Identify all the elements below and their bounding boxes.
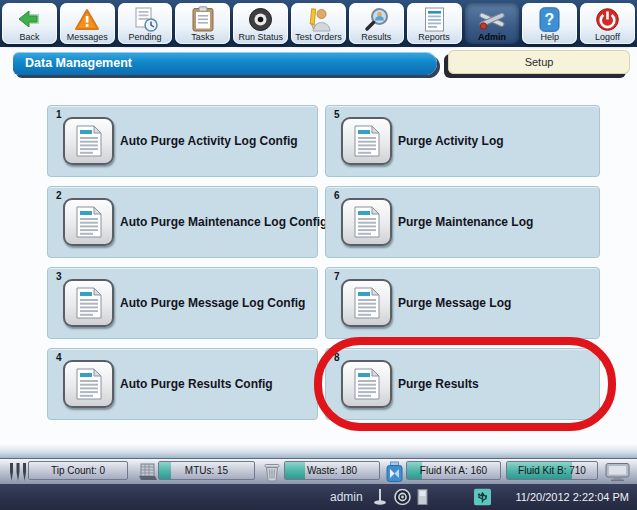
mtu-rack-icon bbox=[138, 462, 158, 482]
tile-number: 2 bbox=[56, 190, 62, 201]
camera-target-icon bbox=[394, 489, 411, 506]
tile-label: Auto Purge Activity Log Config bbox=[120, 134, 298, 148]
datetime-label: 11/20/2012 2:22:04 PM bbox=[515, 491, 629, 503]
tab-setup[interactable]: Setup bbox=[448, 50, 630, 74]
gauge-label: Waste: 180 bbox=[285, 462, 379, 479]
tile-label: Auto Purge Message Log Config bbox=[120, 296, 305, 310]
toolbar-button-label: Admin bbox=[478, 32, 506, 42]
toolbar-button-label: Help bbox=[540, 32, 559, 42]
toolbar-button-run-status[interactable]: Run Status bbox=[233, 3, 288, 44]
waste-gauge: Waste: 180 bbox=[284, 461, 380, 480]
toolbar-button-label: Tasks bbox=[191, 32, 214, 42]
tile-number: 4 bbox=[56, 352, 62, 363]
clipboard-icon bbox=[192, 6, 214, 32]
footer-bar: admin bbox=[0, 484, 637, 510]
fluid-kit-b-gauge: Fluid Kit B: 710 bbox=[506, 461, 598, 480]
document-icon[interactable] bbox=[63, 360, 114, 408]
tips-icon bbox=[9, 462, 27, 482]
tile-number: 3 bbox=[56, 271, 62, 282]
toolbar-button-label: Run Status bbox=[238, 32, 283, 42]
document-icon[interactable] bbox=[63, 198, 114, 246]
usb-icon[interactable] bbox=[474, 489, 491, 506]
magnifier-person-icon bbox=[364, 6, 389, 32]
tile-label: Purge Message Log bbox=[398, 296, 511, 310]
tile-purge-results[interactable]: 8 Purge Results bbox=[325, 348, 600, 420]
toolbar-button-back[interactable]: Back bbox=[2, 3, 57, 44]
svg-text:?: ? bbox=[545, 11, 555, 28]
toolbar-button-pending[interactable]: Pending bbox=[118, 3, 173, 44]
gauge-label: Fluid Kit B: 710 bbox=[507, 462, 597, 479]
gauge-label: Fluid Kit A: 160 bbox=[407, 462, 500, 479]
instrument-status-bar: Tip Count: 0 MTUs: 15 Waste: 180 bbox=[0, 459, 637, 485]
pending-doc-clock-icon bbox=[133, 6, 158, 32]
target-lens-icon bbox=[248, 6, 273, 32]
question-mark-icon: ? bbox=[538, 6, 561, 32]
toolbar-button-help[interactable]: ? Help bbox=[522, 3, 577, 44]
document-icon[interactable] bbox=[341, 279, 392, 327]
toolbar-button-test-orders[interactable]: Test Orders bbox=[291, 3, 346, 44]
logged-in-user: admin bbox=[330, 490, 363, 504]
tile-label: Purge Activity Log bbox=[398, 134, 504, 148]
tile-number: 8 bbox=[334, 352, 340, 363]
warning-icon bbox=[74, 6, 100, 32]
top-toolbar: Back Messages bbox=[0, 0, 637, 47]
toolbar-button-label: Reports bbox=[418, 32, 450, 42]
toolbar-button-messages[interactable]: Messages bbox=[60, 3, 115, 44]
level-sensor-icon bbox=[373, 489, 387, 506]
document-icon[interactable] bbox=[341, 198, 392, 246]
bottom-fade-band bbox=[0, 443, 637, 459]
data-management-screen: Back Messages bbox=[0, 0, 637, 510]
gauge-label: MTUs: 15 bbox=[159, 462, 254, 479]
tile-purge-message-log[interactable]: 7 Purge Message Log bbox=[325, 267, 600, 339]
toolbar-button-logoff[interactable]: Logoff bbox=[580, 3, 635, 44]
tile-auto-purge-activity-log-config[interactable]: 1 Auto Purge Activity Log Config bbox=[47, 105, 318, 177]
gauge-label: Tip Count: 0 bbox=[29, 462, 127, 479]
monitor-icon[interactable] bbox=[605, 462, 630, 481]
report-document-icon bbox=[424, 6, 445, 32]
tile-purge-maintenance-log[interactable]: 6 Purge Maintenance Log bbox=[325, 186, 600, 258]
tile-label: Purge Results bbox=[398, 377, 479, 391]
tab-setup-label: Setup bbox=[525, 56, 554, 68]
fluid-kit-a-gauge: Fluid Kit A: 160 bbox=[406, 461, 501, 480]
toolbar-button-results[interactable]: Results bbox=[349, 3, 404, 44]
document-icon[interactable] bbox=[63, 117, 114, 165]
pencil-person-icon bbox=[305, 6, 331, 32]
toolbar-button-admin[interactable]: Admin bbox=[465, 3, 520, 44]
toolbar-button-label: Pending bbox=[129, 32, 162, 42]
page-title: Data Management bbox=[13, 52, 437, 70]
tile-auto-purge-results-config[interactable]: 4 Auto Purge Results Config bbox=[47, 348, 318, 420]
tile-number: 1 bbox=[56, 109, 62, 120]
toolbar-button-label: Messages bbox=[67, 32, 108, 42]
toolbar-button-label: Logoff bbox=[595, 32, 620, 42]
tile-number: 6 bbox=[334, 190, 340, 201]
crossed-tools-icon bbox=[478, 6, 506, 32]
tile-auto-purge-maintenance-log-config[interactable]: 2 Auto Purge Maintenance Log Config bbox=[47, 186, 318, 258]
toolbar-button-reports[interactable]: Reports bbox=[407, 3, 462, 44]
tile-label: Auto Purge Results Config bbox=[120, 377, 273, 391]
trash-icon bbox=[263, 462, 281, 482]
mtus-gauge: MTUs: 15 bbox=[158, 461, 255, 480]
fluid-bottle-icon bbox=[385, 461, 404, 483]
door-icon bbox=[417, 489, 428, 506]
toolbar-button-label: Results bbox=[361, 32, 391, 42]
tile-auto-purge-message-log-config[interactable]: 3 Auto Purge Message Log Config bbox=[47, 267, 318, 339]
document-icon[interactable] bbox=[341, 117, 392, 165]
back-arrow-icon bbox=[17, 6, 42, 32]
toolbar-button-label: Back bbox=[19, 32, 39, 42]
page-title-bar: Data Management bbox=[13, 52, 437, 75]
tile-label: Auto Purge Maintenance Log Config bbox=[120, 215, 327, 229]
tip-count-gauge: Tip Count: 0 bbox=[28, 461, 128, 480]
tile-label: Purge Maintenance Log bbox=[398, 215, 533, 229]
document-icon[interactable] bbox=[63, 279, 114, 327]
document-icon[interactable] bbox=[341, 360, 392, 408]
tile-purge-activity-log[interactable]: 5 Purge Activity Log bbox=[325, 105, 600, 177]
tile-number: 5 bbox=[334, 109, 340, 120]
toolbar-button-tasks[interactable]: Tasks bbox=[175, 3, 230, 44]
toolbar-button-label: Test Orders bbox=[295, 32, 342, 42]
power-icon bbox=[595, 6, 620, 32]
tile-number: 7 bbox=[334, 271, 340, 282]
